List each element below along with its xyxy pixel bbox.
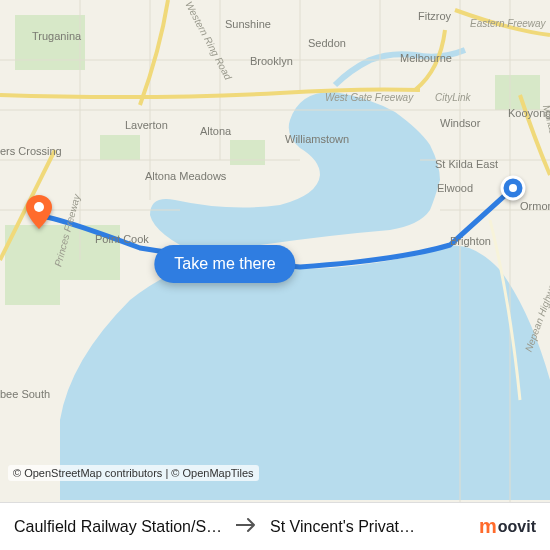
logo-text: oovit: [498, 518, 536, 536]
take-me-there-button[interactable]: Take me there: [154, 245, 295, 283]
end-pin[interactable]: [26, 195, 52, 229]
map-attribution: © OpenStreetMap contributors | © OpenMap…: [8, 465, 259, 481]
svg-rect-3: [55, 225, 120, 280]
svg-point-22: [34, 202, 44, 212]
map-container[interactable]: TruganinaSunshineSeddonFitzroyBrooklynMe…: [0, 0, 550, 550]
svg-rect-5: [100, 135, 140, 160]
route-footer: Caulfield Railway Station/Sir J… St Vinc…: [0, 502, 550, 550]
arrow-right-icon: [236, 517, 258, 537]
moovit-logo: moovit: [479, 515, 536, 538]
to-location-label: St Vincent's Privat…: [270, 518, 415, 536]
svg-rect-1: [15, 15, 85, 70]
svg-rect-4: [495, 75, 540, 110]
from-location-label: Caulfield Railway Station/Sir J…: [14, 518, 224, 536]
start-pin[interactable]: [500, 175, 526, 209]
svg-rect-6: [230, 140, 265, 165]
logo-mark-icon: m: [479, 515, 496, 538]
svg-point-21: [509, 184, 517, 192]
